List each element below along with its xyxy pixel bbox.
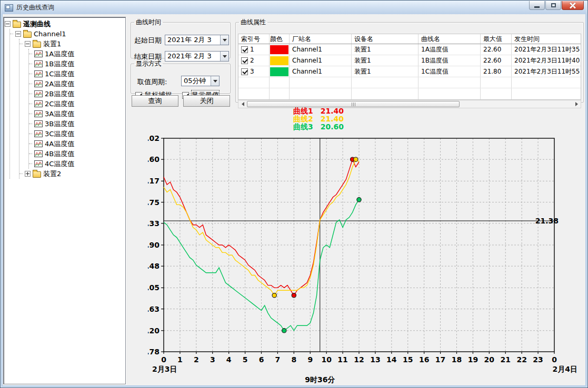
collapse-expander-icon[interactable] — [15, 31, 21, 37]
svg-text:9: 9 — [307, 355, 313, 364]
history-curve-chart[interactable]: 23.0222.6022.1721.7521.3320.9020.4820.05… — [148, 133, 587, 386]
curve-chart-icon — [34, 150, 43, 157]
tree-item-curve[interactable]: 3A温度值 — [33, 109, 124, 119]
history-curve-query-window: 历史曲线查询 遥测曲线 Channel1 装置1 — [0, 0, 588, 388]
tree-item-telemetry-root[interactable]: 遥测曲线 — [5, 19, 124, 29]
svg-text:19: 19 — [468, 355, 478, 364]
max-value-cell: 22.60 — [481, 44, 512, 55]
svg-text:14: 14 — [386, 355, 397, 364]
curve-name-cell: 1C温度值 — [418, 66, 481, 77]
curve-visible-checkbox[interactable] — [241, 68, 248, 75]
column-header[interactable]: 索引号 — [238, 34, 270, 44]
column-header[interactable]: 颜色 — [270, 34, 290, 44]
svg-text:21: 21 — [501, 355, 511, 364]
curve-time-group-title: 曲线时间 — [134, 18, 163, 27]
window-controls — [529, 1, 584, 10]
curve-chart-icon — [34, 160, 43, 167]
close-icon — [570, 3, 576, 8]
svg-text:22.17: 22.17 — [148, 177, 160, 185]
station-name-cell: Channel1 — [290, 55, 352, 66]
tree-item-curve[interactable]: 4B温度值 — [33, 149, 124, 159]
curve-property-row: 3Channel1装置11C温度值21.802021年2月3日11时55 — [238, 66, 581, 77]
curve-property-row: 2Channel1装置11B温度值22.602021年2月3日11时40 — [238, 55, 581, 66]
curve-visible-checkbox[interactable] — [241, 46, 248, 53]
curve-color-swatch — [270, 45, 288, 54]
chevron-down-icon[interactable] — [211, 76, 219, 86]
empty-table-row — [238, 77, 581, 88]
legend-curve-value: 21.40 — [321, 115, 344, 123]
expand-expander-icon[interactable] — [25, 171, 31, 177]
svg-text:12: 12 — [354, 355, 364, 364]
scroll-left-arrow-icon[interactable] — [239, 101, 246, 107]
curve-chart-icon — [34, 130, 43, 137]
svg-text:9时36分: 9时36分 — [305, 375, 335, 384]
max-value-cell: 21.80 — [481, 66, 512, 77]
device-name-cell: 装置1 — [352, 55, 418, 66]
legend-curve-name: 曲线3 — [293, 123, 313, 131]
titlebar[interactable]: 历史曲线查询 — [1, 1, 587, 14]
legend-entry: 曲线221.40 — [293, 115, 344, 123]
tree-item-curve[interactable]: 2C温度值 — [33, 99, 124, 109]
close-dialog-button[interactable]: 关闭 — [183, 95, 230, 107]
tree-item-curve[interactable]: 3B温度值 — [33, 119, 124, 129]
window-title: 历史曲线查询 — [16, 3, 54, 12]
collapse-expander-icon[interactable] — [5, 21, 11, 27]
curve-color-swatch — [270, 56, 288, 65]
curve-chart-icon — [34, 50, 43, 57]
svg-text:19.63: 19.63 — [148, 305, 160, 313]
tree-item-curve[interactable]: 1B温度值 — [33, 59, 124, 69]
station-name-cell: Channel1 — [290, 66, 352, 77]
start-date-select[interactable]: 2021年 2月 3 — [165, 35, 229, 45]
station-name-cell: Channel1 — [290, 44, 352, 55]
tree-item-curve[interactable]: 2B温度值 — [33, 89, 124, 99]
collapse-expander-icon[interactable] — [25, 41, 31, 47]
tree-item-curve[interactable]: 2A温度值 — [33, 79, 124, 89]
curve-chart-icon — [34, 90, 43, 97]
column-header[interactable]: 厂站名 — [290, 34, 352, 44]
svg-text:23: 23 — [533, 355, 543, 364]
folder-icon — [23, 32, 32, 38]
minimize-button[interactable] — [529, 1, 545, 10]
column-header[interactable]: 最大值 — [481, 34, 512, 44]
svg-text:4: 4 — [226, 355, 232, 364]
empty-table-row — [238, 88, 581, 99]
svg-text:2月3日: 2月3日 — [152, 365, 177, 373]
svg-text:22: 22 — [516, 355, 526, 364]
curve-color-swatch — [270, 67, 288, 76]
legend-curve-value: 21.40 — [321, 107, 344, 115]
occur-time-cell: 2021年2月3日11时55 — [512, 66, 581, 77]
svg-text:13: 13 — [370, 355, 380, 364]
column-header[interactable]: 设备名 — [352, 34, 418, 44]
svg-text:18: 18 — [452, 355, 462, 364]
chevron-down-icon[interactable] — [220, 35, 228, 45]
column-header[interactable]: 发生时间 — [512, 34, 581, 44]
scroll-right-arrow-icon[interactable] — [573, 101, 580, 107]
scrollbar-thumb[interactable] — [247, 101, 460, 107]
legend-curve-value: 20.60 — [321, 123, 344, 131]
restore-button[interactable] — [545, 1, 561, 10]
horizontal-scrollbar[interactable] — [238, 100, 581, 108]
svg-text:18.78: 18.78 — [148, 348, 160, 356]
svg-text:20.05: 20.05 — [148, 283, 160, 292]
tree-item-channel1[interactable]: Channel1 — [14, 29, 124, 39]
svg-text:3: 3 — [210, 355, 215, 364]
max-value-cell: 22.60 — [481, 55, 512, 66]
period-label: 取值周期: — [137, 77, 167, 87]
folder-icon — [33, 171, 41, 178]
tree-item-curve[interactable]: 4C温度值 — [33, 159, 124, 169]
table-header-row: 索引号颜色厂站名设备名曲线名最大值发生时间 — [238, 34, 581, 44]
curve-visible-checkbox[interactable] — [241, 57, 248, 64]
tree-item-curve[interactable]: 3C温度值 — [33, 129, 124, 139]
query-button[interactable]: 查询 — [132, 95, 178, 107]
tree-item-curve[interactable]: 4A温度值 — [33, 139, 124, 149]
tree-item-curve[interactable]: 1A温度值 — [33, 49, 124, 59]
tree-item-device1[interactable]: 装置1 — [24, 39, 124, 49]
column-header[interactable]: 曲线名 — [418, 34, 481, 44]
folder-icon — [33, 42, 41, 48]
period-select[interactable]: 05分钟 — [181, 76, 220, 86]
svg-text:16: 16 — [419, 355, 429, 364]
close-button[interactable] — [562, 1, 584, 10]
svg-text:21.33: 21.33 — [148, 219, 160, 228]
tree-item-device2[interactable]: 装置2 — [24, 169, 124, 179]
tree-item-curve[interactable]: 1C温度值 — [33, 69, 124, 79]
